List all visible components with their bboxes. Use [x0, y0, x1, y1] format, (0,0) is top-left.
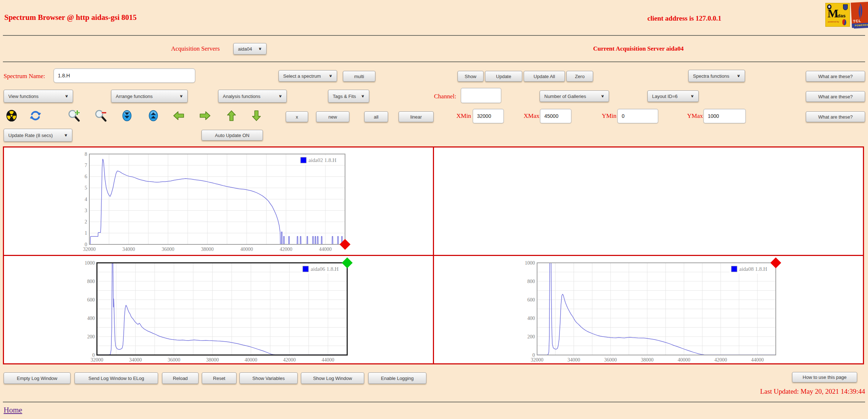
gallery-cell-aida06[interactable]: 3200034000360003800040000420004400002004…	[4, 256, 433, 363]
chart-aida08[interactable]: 3200034000360003800040000420004400002004…	[523, 261, 779, 363]
linear-button[interactable]: linear	[399, 111, 434, 122]
gallery-grid: 3200034000360003800040000420004400001234…	[3, 146, 864, 364]
new-button[interactable]: new	[316, 111, 349, 122]
tcl-powered-logo[interactable]: TCL POWERED	[851, 2, 868, 28]
enable-logging-button[interactable]: Enable Logging	[368, 372, 426, 384]
show-button[interactable]: Show	[458, 71, 484, 82]
gallery-cell-empty[interactable]	[434, 147, 863, 255]
empty-log-window-button[interactable]: Empty Log Window	[4, 372, 71, 384]
svg-text:36000: 36000	[162, 247, 174, 252]
refresh-icon[interactable]	[29, 109, 42, 122]
svg-text:0: 0	[85, 242, 87, 247]
svg-text:600: 600	[87, 297, 95, 303]
svg-text:32000: 32000	[531, 357, 544, 363]
show-log-window-button[interactable]: Show Log Window	[301, 372, 364, 384]
divider	[3, 61, 865, 62]
chart-aida02[interactable]: 3200034000360003800040000420004400001234…	[79, 152, 349, 255]
number-of-galleries-label: Number of Galleries	[544, 94, 586, 99]
midas-logo-text: idas	[836, 13, 846, 18]
svg-text:40000: 40000	[678, 357, 690, 363]
svg-text:0: 0	[92, 352, 95, 358]
x-axis-button[interactable]: x	[286, 111, 308, 122]
show-variables-button[interactable]: Show Variables	[239, 372, 298, 384]
chevron-down-icon: ∨	[61, 133, 68, 137]
midas-feather-icon	[842, 19, 846, 25]
svg-text:34000: 34000	[129, 357, 142, 363]
svg-text:400: 400	[527, 316, 535, 321]
divider	[3, 402, 865, 402]
view-functions-label: View functions	[8, 94, 39, 99]
view-functions-select[interactable]: View functions ∨	[4, 90, 73, 103]
reset-button[interactable]: Reset	[202, 372, 237, 384]
chart-aida06[interactable]: 3200034000360003800040000420004400002004…	[83, 261, 351, 363]
svg-text:44000: 44000	[319, 247, 332, 252]
svg-text:200: 200	[527, 334, 535, 339]
svg-text:44000: 44000	[751, 357, 764, 363]
acquisition-server-select[interactable]: aida04 ∨	[233, 43, 267, 55]
expand-vertical-icon[interactable]	[147, 109, 160, 122]
analysis-functions-select[interactable]: Analysis functions ∨	[218, 90, 287, 103]
send-log-window-to-elog-button[interactable]: Send Log Window to ELog	[75, 372, 158, 384]
svg-text:40000: 40000	[244, 357, 257, 363]
svg-text:34000: 34000	[567, 357, 580, 363]
gallery-cell-aida08[interactable]: 3200034000360003800040000420004400002004…	[434, 256, 863, 363]
number-of-galleries-select[interactable]: Number of Galleries ∨	[540, 90, 609, 102]
update-all-button[interactable]: Update All	[524, 71, 565, 82]
arrange-functions-select[interactable]: Arrange functions ∨	[111, 90, 188, 103]
svg-text:3: 3	[85, 208, 87, 213]
spectrum-browser-page: Spectrum Browser @ http aidas-gsi 8015 c…	[0, 0, 868, 419]
update-rate-select[interactable]: Update Rate (8 secs) ∨	[4, 129, 72, 142]
radioactive-icon[interactable]	[5, 109, 18, 122]
svg-text:1: 1	[85, 230, 87, 236]
reload-button[interactable]: Reload	[162, 372, 199, 384]
all-button[interactable]: all	[364, 111, 388, 122]
arrow-up-icon[interactable]	[225, 109, 238, 122]
arrow-down-icon[interactable]	[250, 109, 263, 122]
layout-id-select[interactable]: Layout ID=6 ∨	[647, 90, 699, 102]
how-to-use-button[interactable]: How to use this page	[792, 372, 857, 382]
multi-button[interactable]: multi	[343, 71, 375, 82]
home-link[interactable]: Home	[4, 406, 22, 415]
ymin-input[interactable]	[617, 109, 658, 123]
svg-text:200: 200	[87, 334, 95, 339]
update-button[interactable]: Update	[485, 71, 522, 82]
zoom-in-icon[interactable]	[67, 109, 80, 122]
channel-input[interactable]	[461, 88, 501, 103]
xmin-input[interactable]	[473, 109, 504, 123]
xmax-input[interactable]	[540, 109, 571, 123]
ymin-label: YMin	[602, 112, 617, 120]
svg-text:40000: 40000	[241, 247, 253, 252]
arrow-left-icon[interactable]	[172, 109, 185, 122]
chevron-down-icon: ∨	[326, 74, 332, 78]
svg-text:2: 2	[85, 219, 87, 225]
svg-text:34000: 34000	[122, 247, 135, 252]
spectrum-name-input[interactable]	[54, 68, 195, 83]
svg-text:4: 4	[85, 197, 87, 202]
svg-text:0: 0	[532, 352, 535, 358]
zero-button[interactable]: Zero	[566, 71, 593, 82]
what-are-these-button-2[interactable]: What are these?	[806, 91, 865, 102]
tags-fits-select[interactable]: Tags & Fits ∨	[328, 90, 369, 103]
svg-text:aida02 1.8.H: aida02 1.8.H	[309, 157, 336, 163]
svg-text:aida06 1.8.H: aida06 1.8.H	[311, 266, 339, 272]
spectra-functions-label: Spectra functions	[693, 73, 729, 79]
zoom-out-icon[interactable]	[94, 109, 107, 122]
what-are-these-button-3[interactable]: What are these?	[806, 111, 865, 122]
ymax-input[interactable]	[703, 109, 746, 123]
gallery-cell-aida02[interactable]: 3200034000360003800040000420004400001234…	[4, 147, 433, 255]
chevron-down-icon: ∨	[255, 47, 262, 51]
midas-logo[interactable]: M idas powered by	[825, 3, 850, 27]
midas-shield-icon	[843, 4, 848, 10]
update-rate-label: Update Rate (8 secs)	[8, 133, 53, 138]
midas-powered-by: powered by	[828, 21, 839, 23]
svg-text:5: 5	[85, 185, 87, 191]
what-are-these-button-1[interactable]: What are these?	[806, 71, 865, 82]
arrow-right-icon[interactable]	[199, 109, 212, 122]
svg-text:36000: 36000	[604, 357, 617, 363]
spectra-functions-select[interactable]: Spectra functions ∨	[688, 70, 745, 82]
auto-update-button[interactable]: Auto Update ON	[201, 130, 263, 141]
select-spectrum-label: Select a spectrum	[283, 73, 321, 79]
select-spectrum-select[interactable]: Select a spectrum ∨	[278, 70, 337, 82]
chevron-down-icon: ∨	[687, 94, 694, 98]
compress-vertical-icon[interactable]	[120, 109, 133, 122]
